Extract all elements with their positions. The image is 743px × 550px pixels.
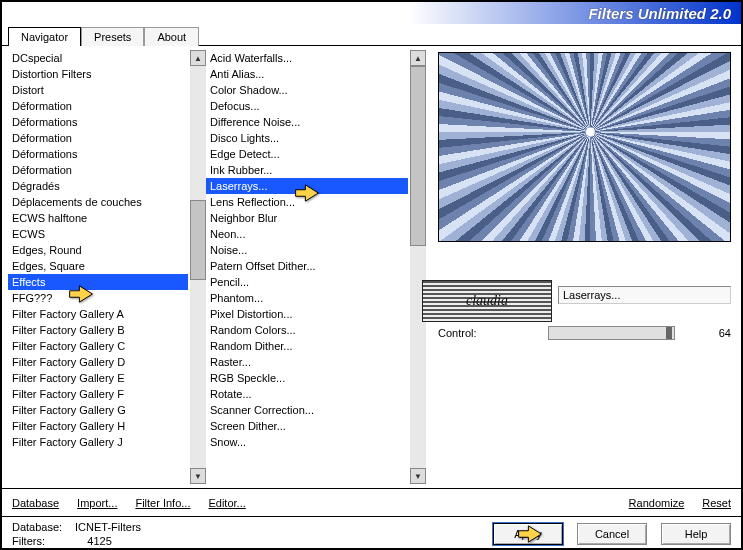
status-bar: Database: ICNET-Filters Filters: 4125 Ap… xyxy=(2,516,741,550)
list-item[interactable]: Screen Dither... xyxy=(206,418,408,434)
list-item[interactable]: Anti Alias... xyxy=(206,66,408,82)
selected-filter-name: Laserrays... xyxy=(558,286,731,304)
status-info: Database: ICNET-Filters Filters: 4125 xyxy=(12,520,141,548)
tab-presets[interactable]: Presets xyxy=(81,27,144,46)
import-button[interactable]: Import... xyxy=(77,497,117,509)
list-item[interactable]: Neighbor Blur xyxy=(206,210,408,226)
list-item[interactable]: Lens Reflection... xyxy=(206,194,408,210)
list-item[interactable]: ECWS halftone xyxy=(8,210,188,226)
list-item[interactable]: Random Colors... xyxy=(206,322,408,338)
filter-info-button[interactable]: Filter Info... xyxy=(135,497,190,509)
list-item[interactable]: Déformation xyxy=(8,98,188,114)
preview-pane: Laserrays... Control: 64 xyxy=(426,46,741,488)
list-item[interactable]: Filter Factory Gallery D xyxy=(8,354,188,370)
list-item[interactable]: Filter Factory Gallery B xyxy=(8,322,188,338)
list-item[interactable]: Disco Lights... xyxy=(206,130,408,146)
category-pane: DCspecialDistortion FiltersDistortDéform… xyxy=(2,46,206,488)
list-item[interactable]: Edge Detect... xyxy=(206,146,408,162)
list-item[interactable]: Filter Factory Gallery J xyxy=(8,434,188,450)
app-title: Filters Unlimited 2.0 xyxy=(588,5,731,22)
list-item[interactable]: Edges, Round xyxy=(8,242,188,258)
list-item[interactable]: Déformations xyxy=(8,114,188,130)
control-value: 64 xyxy=(675,327,731,339)
list-item[interactable]: Distortion Filters xyxy=(8,66,188,82)
list-item[interactable]: Filter Factory Gallery H xyxy=(8,418,188,434)
category-scrollbar[interactable]: ▲ ▼ xyxy=(190,50,206,484)
list-item[interactable]: RGB Speckle... xyxy=(206,370,408,386)
list-item[interactable]: DCspecial xyxy=(8,50,188,66)
list-item[interactable]: Filter Factory Gallery F xyxy=(8,386,188,402)
list-item[interactable]: Déformation xyxy=(8,162,188,178)
cancel-button[interactable]: Cancel xyxy=(577,523,647,545)
watermark-badge: claudia xyxy=(422,280,552,322)
list-item[interactable]: Difference Noise... xyxy=(206,114,408,130)
editor-button[interactable]: Editor... xyxy=(208,497,245,509)
filter-list[interactable]: Acid Waterfalls...Anti Alias...Color Sha… xyxy=(206,50,408,484)
list-item[interactable]: Neon... xyxy=(206,226,408,242)
filter-pane: Acid Waterfalls...Anti Alias...Color Sha… xyxy=(206,46,426,488)
list-item[interactable]: Filter Factory Gallery A xyxy=(8,306,188,322)
list-item[interactable]: Raster... xyxy=(206,354,408,370)
list-item[interactable]: Scanner Correction... xyxy=(206,402,408,418)
list-item[interactable]: FFG??? xyxy=(8,290,188,306)
list-item[interactable]: Effects xyxy=(8,274,188,290)
list-item[interactable]: Defocus... xyxy=(206,98,408,114)
list-item[interactable]: Déformations xyxy=(8,146,188,162)
tab-strip: Navigator Presets About xyxy=(2,24,741,46)
list-item[interactable]: Acid Waterfalls... xyxy=(206,50,408,66)
list-item[interactable]: Déformation xyxy=(8,130,188,146)
title-bar: Filters Unlimited 2.0 xyxy=(2,2,741,24)
list-item[interactable]: Edges, Square xyxy=(8,258,188,274)
tab-navigator[interactable]: Navigator xyxy=(8,27,81,46)
scroll-thumb[interactable] xyxy=(190,200,206,280)
list-item[interactable]: Pixel Distortion... xyxy=(206,306,408,322)
control-label: Control: xyxy=(438,327,548,339)
apply-button[interactable]: Apply xyxy=(493,523,563,545)
list-item[interactable]: Phantom... xyxy=(206,290,408,306)
list-item[interactable]: Laserrays... xyxy=(206,178,408,194)
control-row: Control: 64 xyxy=(438,326,731,340)
toolbar: Database Import... Filter Info... Editor… xyxy=(2,488,741,516)
scroll-up-icon[interactable]: ▲ xyxy=(410,50,426,66)
randomize-button[interactable]: Randomize xyxy=(629,497,685,509)
scroll-down-icon[interactable]: ▼ xyxy=(410,468,426,484)
reset-button[interactable]: Reset xyxy=(702,497,731,509)
list-item[interactable]: Filter Factory Gallery E xyxy=(8,370,188,386)
preview-image xyxy=(438,52,731,242)
list-item[interactable]: Noise... xyxy=(206,242,408,258)
list-item[interactable]: Color Shadow... xyxy=(206,82,408,98)
scroll-down-icon[interactable]: ▼ xyxy=(190,468,206,484)
control-slider[interactable] xyxy=(548,326,675,340)
list-item[interactable]: Filter Factory Gallery G xyxy=(8,402,188,418)
list-item[interactable]: Pencil... xyxy=(206,274,408,290)
list-item[interactable]: Distort xyxy=(8,82,188,98)
help-button[interactable]: Help xyxy=(661,523,731,545)
scroll-up-icon[interactable]: ▲ xyxy=(190,50,206,66)
tab-about[interactable]: About xyxy=(144,27,199,46)
scroll-thumb[interactable] xyxy=(410,66,426,246)
database-button[interactable]: Database xyxy=(12,497,59,509)
list-item[interactable]: Patern Offset Dither... xyxy=(206,258,408,274)
filter-scrollbar[interactable]: ▲ ▼ xyxy=(410,50,426,484)
list-item[interactable]: Snow... xyxy=(206,434,408,450)
main-area: DCspecialDistortion FiltersDistortDéform… xyxy=(2,46,741,488)
list-item[interactable]: Ink Rubber... xyxy=(206,162,408,178)
list-item[interactable]: ECWS xyxy=(8,226,188,242)
list-item[interactable]: Déplacements de couches xyxy=(8,194,188,210)
list-item[interactable]: Dégradés xyxy=(8,178,188,194)
category-list[interactable]: DCspecialDistortion FiltersDistortDéform… xyxy=(8,50,188,484)
list-item[interactable]: Filter Factory Gallery C xyxy=(8,338,188,354)
list-item[interactable]: Random Dither... xyxy=(206,338,408,354)
list-item[interactable]: Rotate... xyxy=(206,386,408,402)
